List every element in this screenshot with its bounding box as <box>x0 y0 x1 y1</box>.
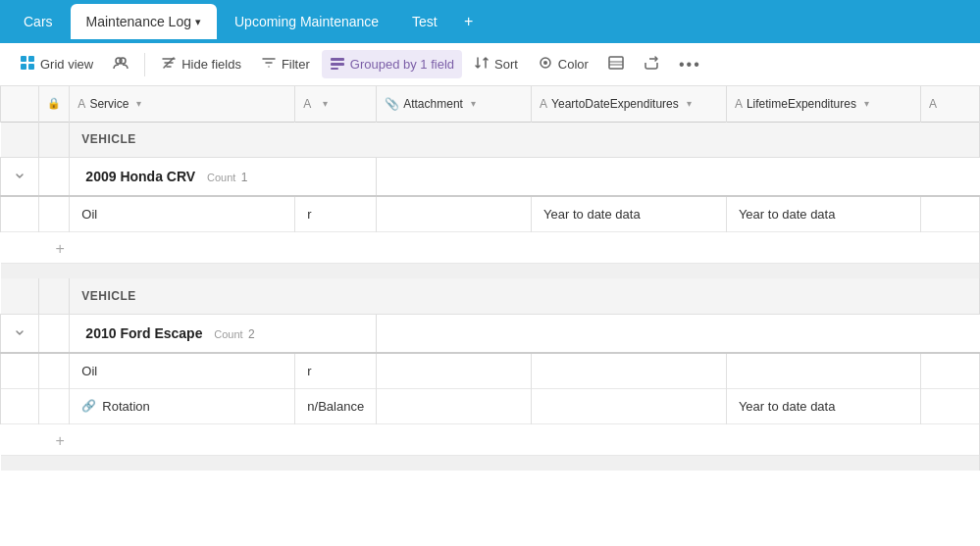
col-header-attachment[interactable]: 📎 Attachment ▾ <box>377 86 532 122</box>
ytd-type-icon: A <box>540 97 547 111</box>
toolbar: Grid view Hide fields Filter <box>0 43 980 86</box>
row-3-col2[interactable]: n/Balance <box>295 388 377 423</box>
row-1-service[interactable]: Oil <box>70 196 295 231</box>
svg-rect-7 <box>331 58 344 61</box>
svg-rect-3 <box>28 64 34 70</box>
nav-tab-test[interactable]: Test <box>396 4 453 39</box>
test-tab-label: Test <box>412 14 438 29</box>
grid-view-button[interactable]: Grid view <box>12 50 101 78</box>
more-options-button[interactable]: ••• <box>671 51 709 78</box>
attachment-col-label: Attachment <box>403 97 463 111</box>
row-height-button[interactable] <box>600 50 632 78</box>
table-row: Oil r <box>1 353 980 388</box>
group-spacer-1 <box>1 263 980 278</box>
row-1-expand[interactable] <box>1 196 39 231</box>
add-row-icon: + <box>9 240 65 257</box>
row-1-col2[interactable]: r <box>295 196 377 231</box>
lifetime-col-label: LifetimeExpenditures <box>747 97 856 111</box>
group-2-title-attachment <box>377 314 532 353</box>
group-1-expand-cell[interactable] <box>1 157 39 196</box>
row-3-lifetime[interactable]: Year to date data <box>726 388 920 423</box>
group-2-vehicle-label-row: VEHICLE <box>1 278 980 314</box>
row-3-attachment[interactable] <box>377 388 532 423</box>
group-2-header-lock <box>39 278 70 314</box>
cars-tab-label: Cars <box>24 14 53 29</box>
svg-rect-0 <box>21 56 26 62</box>
lock-icon: 🔒 <box>47 97 61 109</box>
color-button[interactable]: Color <box>530 50 596 78</box>
grid-view-icon <box>20 55 35 74</box>
collaborators-icon <box>113 55 129 74</box>
sort-icon <box>474 55 490 74</box>
row-2-service[interactable]: Oil <box>70 353 295 388</box>
nav-tab-upcoming-maintenance[interactable]: Upcoming Maintenance <box>219 4 394 39</box>
group-1-add-button[interactable]: + <box>1 231 980 263</box>
group-2-title-extra <box>921 314 980 353</box>
add-tab-button[interactable]: + <box>455 8 483 35</box>
col-header-lifetime[interactable]: A LifetimeExpenditures ▾ <box>726 86 920 122</box>
lifetime-arrow-icon: ▾ <box>864 98 869 109</box>
group-2-add-button[interactable]: + <box>1 423 980 455</box>
col-header-year-to-date[interactable]: A YeartoDateExpenditures ▾ <box>532 86 727 122</box>
attachment-arrow-icon: ▾ <box>471 98 476 109</box>
row-1-year-to-date[interactable]: Year to date data <box>532 196 727 231</box>
hide-fields-button[interactable]: Hide fields <box>153 50 249 78</box>
attachment-type-icon: 📎 <box>385 97 399 111</box>
row-2-extra[interactable] <box>921 353 980 388</box>
share-button[interactable] <box>636 50 667 78</box>
row-2-expand[interactable] <box>1 353 39 388</box>
sort-label: Sort <box>494 57 518 72</box>
group-1-collapse-icon <box>15 171 25 180</box>
group-1-vehicle-label-row: VEHICLE <box>1 122 980 157</box>
column-header-row: 🔒 A Service ▾ A ▾ <box>1 86 980 122</box>
row-2-lifetime[interactable] <box>726 353 920 388</box>
row-3-extra[interactable] <box>921 388 980 423</box>
group-2-collapse-icon <box>15 327 25 337</box>
row-3-expand[interactable] <box>1 388 39 423</box>
grouped-by-label: Grouped by 1 field <box>350 57 454 72</box>
row-3-service[interactable]: 🔗 Rotation <box>70 388 295 423</box>
row-3-lock <box>39 388 70 423</box>
row-2-col2[interactable]: r <box>295 353 377 388</box>
group-2-vehicle-label: VEHICLE <box>70 278 980 314</box>
col-header-col2[interactable]: A ▾ <box>295 86 377 122</box>
group-1-count: Count 1 <box>207 171 247 184</box>
row-height-icon <box>608 55 624 74</box>
collaborators-button[interactable] <box>105 50 136 78</box>
hide-fields-label: Hide fields <box>181 57 241 72</box>
nav-tab-maintenance-log[interactable]: Maintenance Log ▾ <box>71 4 217 39</box>
group-2-count: Count 2 <box>214 327 254 341</box>
svg-rect-1 <box>28 56 34 62</box>
service-col-label: Service <box>89 97 129 111</box>
svg-point-5 <box>120 58 126 64</box>
year-to-date-col-label: YeartoDateExpenditures <box>551 97 679 111</box>
svg-rect-8 <box>331 63 344 66</box>
group-2-lock-cell <box>39 314 70 353</box>
sort-button[interactable]: Sort <box>466 50 526 78</box>
col-header-extra[interactable]: A <box>921 86 980 122</box>
table-row: 🔗 Rotation n/Balance Year to date data <box>1 388 980 423</box>
group-1-header-lock <box>39 122 70 157</box>
svg-rect-2 <box>21 64 26 70</box>
col-header-service[interactable]: A Service ▾ <box>70 86 295 122</box>
row-3-year-to-date[interactable] <box>532 388 727 423</box>
group-2-expand-cell[interactable] <box>1 314 39 353</box>
row-1-lifetime[interactable]: Year to date data <box>726 196 920 231</box>
upcoming-maintenance-tab-label: Upcoming Maintenance <box>234 14 379 29</box>
group-1-title-row: 2009 Honda CRV Count 1 <box>1 157 980 196</box>
nav-tab-cars[interactable]: Cars <box>8 4 69 39</box>
group-2-header-rownum <box>1 278 39 314</box>
row-1-lock <box>39 196 70 231</box>
row-2-lock <box>39 353 70 388</box>
row-2-year-to-date[interactable] <box>532 353 727 388</box>
filter-button[interactable]: Filter <box>253 50 318 78</box>
row-2-attachment[interactable] <box>377 353 532 388</box>
link-icon: 🔗 <box>81 399 96 413</box>
share-icon <box>644 55 659 74</box>
row-1-extra[interactable] <box>921 196 980 231</box>
grouped-by-button[interactable]: Grouped by 1 field <box>322 50 462 78</box>
group-2-title-cell: 2010 Ford Escape Count 2 <box>70 314 377 353</box>
row-1-attachment[interactable] <box>377 196 532 231</box>
toolbar-divider-1 <box>144 53 145 76</box>
group-icon <box>330 55 345 74</box>
